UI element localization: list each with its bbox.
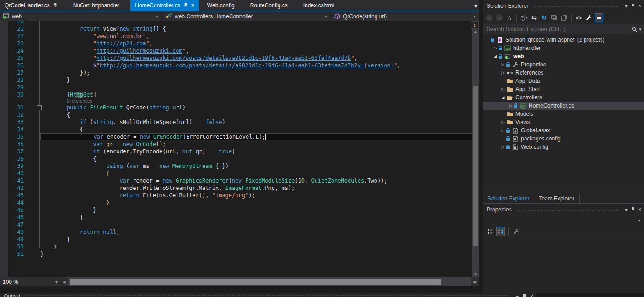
code-line-30[interactable]: 30 [HttpGet] [0, 91, 472, 98]
expand-arrow-icon[interactable]: ▷ [500, 120, 506, 124]
object-selector-combo[interactable]: ▾ [485, 216, 642, 225]
chevron-down-icon[interactable]: ▾ [625, 3, 628, 9]
code-line-37[interactable]: 37 if (encoder.TryEncode(url, out qr) ==… [0, 148, 472, 155]
code-line-32[interactable]: 32 { [0, 111, 472, 119]
tab-routeconfig-cs[interactable]: RouteConfig.cs [246, 0, 292, 11]
code-line-51[interactable]: 51} [0, 250, 472, 258]
preview-icon[interactable] [595, 13, 603, 22]
back-icon[interactable]: ← [485, 13, 494, 22]
code-line-34[interactable]: 34 { [0, 126, 472, 133]
pin-icon[interactable] [522, 293, 527, 297]
close-icon[interactable]: × [530, 293, 533, 297]
code-line-48[interactable]: 48 return null; [0, 228, 472, 236]
tree-item-httphandler[interactable]: ▷C#httphandler [483, 44, 644, 52]
pin-icon[interactable] [630, 3, 635, 9]
copy-icon[interactable] [560, 13, 569, 22]
pin-icon[interactable] [183, 3, 188, 8]
code-view-icon[interactable]: <> [574, 13, 583, 22]
tree-item-controllers[interactable]: ◢Controllers [483, 93, 644, 102]
collapse-arrow-icon[interactable]: ◢ [493, 54, 498, 59]
chevron-down-icon[interactable]: ▾ [625, 206, 628, 213]
expand-arrow-icon[interactable]: ▷ [500, 87, 506, 92]
code-line-35[interactable]: 35 var encoder = new QrEncoder(ErrorCorr… [0, 133, 472, 140]
expand-arrow-icon[interactable]: ▷ [508, 103, 514, 108]
wrench-icon[interactable] [585, 13, 593, 22]
tab-web-config[interactable]: Web.config [203, 0, 239, 11]
codelens-references[interactable]: 0 references [0, 98, 472, 104]
code-line-45[interactable]: 45 } [0, 206, 472, 214]
nav-combo-web-controllers-homecontroller[interactable]: web.Controllers.HomeController▾ [163, 11, 330, 21]
search-icon[interactable] [632, 27, 637, 32]
code-line-42[interactable]: 42 render.WriteToStream(qr.Matrix, Image… [0, 184, 472, 192]
collapse-region-button[interactable]: − [37, 105, 42, 110]
panel-splitter[interactable] [479, 0, 483, 293]
tree-item-web[interactable]: ◢web [483, 52, 644, 60]
code-line-41[interactable]: 41 var render = new GraphicsRenderer(new… [0, 177, 472, 184]
nav-combo-qrcode-string-url[interactable]: QrCode(string url)▾ [332, 11, 479, 21]
code-line-43[interactable]: 43 return File(ms.GetBuffer(), "image/pn… [0, 192, 472, 199]
refresh-icon[interactable]: ↻ [540, 13, 548, 22]
code-line-21[interactable]: 21 return View(new string[] { [0, 25, 472, 32]
horizontal-scroll-thumb[interactable] [70, 279, 441, 285]
pin-icon[interactable] [630, 207, 635, 212]
collapse-all-icon[interactable] [550, 13, 558, 22]
code-line-40[interactable]: 40 { [0, 170, 472, 177]
expand-arrow-icon[interactable]: ▷ [500, 62, 506, 67]
code-line-31[interactable]: 31 public FileResult QrCode(string url) [0, 104, 472, 111]
code-line-46[interactable]: 46 } [0, 214, 472, 221]
tree-item-app-start[interactable]: ▷App_Start [483, 85, 644, 93]
forward-icon[interactable]: → [495, 13, 504, 22]
code-line-26[interactable]: 26 $"http://guilhermesuzuki.com/posts/de… [0, 62, 472, 69]
code-line-20[interactable]: 20 [0, 21, 472, 25]
zoom-control[interactable]: 100 % ▾ [0, 279, 60, 285]
horizontal-scrollbar[interactable] [68, 277, 471, 286]
code-line-38[interactable]: 38 { [0, 155, 472, 162]
tree-item-references[interactable]: ▷References [483, 69, 644, 77]
code-line-29[interactable]: 29 [0, 84, 472, 91]
history-icon[interactable]: ◷▾ [520, 13, 528, 22]
tool-tab-team-explorer[interactable]: Team Explorer [534, 194, 579, 203]
sync-icon[interactable]: ⇆ [530, 13, 538, 22]
tool-tab-solution-explorer[interactable]: Solution Explorer [483, 194, 534, 203]
tree-item-packages-config[interactable]: packages.config [483, 135, 644, 143]
code-line-50[interactable]: 50 } [0, 243, 472, 250]
code-line-44[interactable]: 44 } [0, 199, 472, 206]
code-line-24[interactable]: 24 "http://guilhermesuzuki.com", [0, 47, 472, 54]
tree-item-homecontroller-cs[interactable]: ▷C#HomeController.cs [483, 102, 644, 110]
scroll-up-arrow[interactable]: ▲ [472, 30, 479, 34]
tree-item-views[interactable]: ▷Views [483, 118, 644, 126]
code-line-25[interactable]: 25 "http://guilhermesuzuki.com/posts/det… [0, 54, 472, 62]
vertical-scrollbar[interactable]: ↕ ▲ ▼ [472, 21, 479, 277]
code-viewport[interactable]: 2021 return View(new string[] {22 "www.u… [0, 21, 472, 277]
pin-icon[interactable] [53, 3, 58, 8]
code-editor[interactable]: 2021 return View(new string[] {22 "www.u… [0, 21, 479, 277]
categorized-icon[interactable] [486, 227, 494, 236]
code-line-28[interactable]: 28 } [0, 76, 472, 84]
tab-overflow-button[interactable]: ▾ [474, 0, 477, 11]
vertical-scroll-thumb[interactable] [473, 86, 478, 246]
code-line-36[interactable]: 36 var qr = new QrCode(); [0, 140, 472, 148]
collapse-arrow-icon[interactable]: ◢ [500, 95, 506, 100]
close-icon[interactable]: × [191, 2, 194, 9]
tab-qrcodehandler-cs[interactable]: QrCodeHandler.cs [0, 0, 62, 11]
code-line-23[interactable]: 23 "http://cp24.com", [0, 40, 472, 47]
search-box[interactable]: Search Solution Explorer (Ctrl+;) ▾ [483, 24, 644, 34]
output-panel-clipped[interactable]: Output ▾ × [0, 293, 536, 297]
chevron-down-icon[interactable]: ▾ [516, 293, 519, 297]
scroll-left-arrow[interactable]: ◀ [60, 280, 68, 284]
tree-item-models[interactable]: Models [483, 110, 644, 118]
expand-arrow-icon[interactable]: ▷ [493, 46, 498, 50]
code-line-39[interactable]: 39 using (var ms = new MemoryStream { }) [0, 162, 472, 170]
nav-combo-web[interactable]: web▾ [0, 11, 161, 21]
home-icon[interactable]: ⌂ [505, 13, 514, 22]
code-line-49[interactable]: 49 } [0, 236, 472, 243]
tab-nuget-httphandler[interactable]: NuGet: httphandler [69, 0, 124, 11]
scroll-down-arrow[interactable]: ▼ [472, 272, 479, 276]
expand-arrow-icon[interactable]: ▷ [500, 70, 506, 75]
close-icon[interactable]: × [638, 206, 641, 213]
tree-item-global-asax[interactable]: ▷Global.asax [483, 126, 644, 135]
tab-homecontroller-cs[interactable]: HomeController.cs× [130, 0, 199, 11]
split-editor-handle[interactable]: ↕ [471, 21, 479, 29]
tree-item-app-data[interactable]: App_Data [483, 77, 644, 85]
tree-item-properties[interactable]: ▷Properties [483, 60, 644, 69]
